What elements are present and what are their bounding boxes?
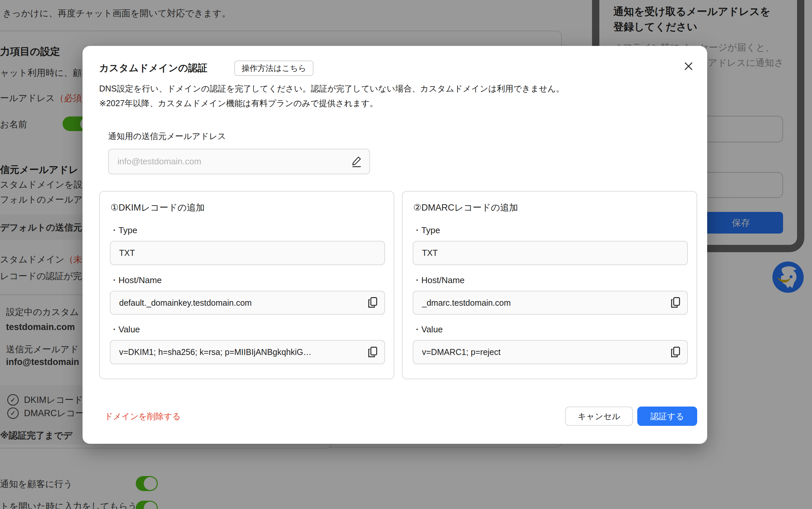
dmarc-host-field: _dmarc.testdomain.com [413, 291, 688, 315]
copy-icon [671, 297, 681, 308]
dkim-type-label: ・Type [110, 225, 137, 236]
modal-description-1: DNS設定を行い、ドメインの認証を完了してください。認証が完了していない場合、カ… [99, 83, 565, 94]
dkim-card-title: ①DKIMレコードの追加 [110, 202, 205, 213]
sender-email-label: 通知用の送信元メールアドレス [108, 131, 226, 142]
dkim-host-field: default._domainkey.testdomain.com [110, 291, 385, 315]
dkim-value-field: v=DKIM1; h=sha256; k=rsa; p=MIIBIjANBgkq… [110, 340, 385, 364]
dkim-type-field: TXT [110, 241, 385, 265]
copy-icon [368, 297, 378, 308]
verify-button[interactable]: 認証する [637, 407, 697, 426]
app-screen: きっかけに、再度チャット画面を開いて対応できます。 力項目の設定 ャット利用時に… [0, 0, 812, 509]
copy-dkim-value-button[interactable] [367, 346, 378, 358]
sender-email-input[interactable] [108, 149, 370, 174]
pencil-icon [350, 155, 363, 168]
delete-domain-link[interactable]: ドメインを削除する [104, 411, 181, 422]
modal-title: カスタムドメインの認証 [99, 62, 207, 75]
copy-dmarc-value-button[interactable] [670, 346, 681, 358]
dkim-value-label: ・Value [110, 324, 140, 335]
close-button[interactable] [682, 60, 695, 73]
dmarc-type-field: TXT [413, 241, 688, 265]
dkim-host-label: ・Host/Name [110, 274, 162, 286]
dmarc-value-field: v=DMARC1; p=reject [413, 340, 688, 364]
modal-description-2: ※2027年以降、カスタムドメイン機能は有料プランのみで提供されます。 [99, 98, 378, 109]
dmarc-card-title: ②DMARCレコードの追加 [413, 202, 518, 213]
dkim-record-card: ①DKIMレコードの追加 ・Type TXT ・Host/Name defaul… [99, 191, 394, 379]
copy-dmarc-host-button[interactable] [670, 297, 681, 309]
dmarc-type-label: ・Type [413, 225, 440, 236]
sender-email-wrap [108, 149, 370, 174]
copy-dkim-host-button[interactable] [367, 297, 378, 309]
dmarc-record-card: ②DMARCレコードの追加 ・Type TXT ・Host/Name _dmar… [402, 191, 697, 379]
copy-icon [671, 346, 681, 358]
copy-icon [368, 346, 378, 358]
edit-email-button[interactable] [350, 155, 363, 169]
dmarc-host-label: ・Host/Name [413, 274, 465, 286]
cancel-button[interactable]: キャンセル [565, 407, 633, 426]
help-button[interactable]: 操作方法はこちら [234, 61, 313, 76]
custom-domain-modal: カスタムドメインの認証 操作方法はこちら DNS設定を行い、ドメインの認証を完了… [82, 46, 707, 444]
close-icon [683, 61, 694, 72]
dmarc-value-label: ・Value [413, 324, 443, 335]
